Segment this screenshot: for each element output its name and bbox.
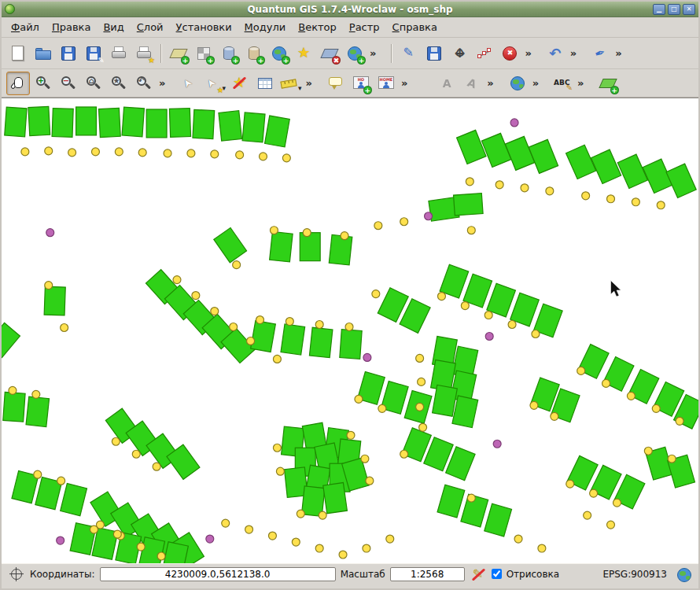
point-feature bbox=[247, 337, 255, 345]
zoom-last-button[interactable]: ↶ bbox=[132, 72, 156, 95]
menu-help[interactable]: Справка bbox=[386, 19, 444, 35]
move-label-button: A bbox=[435, 72, 459, 95]
select-features-button[interactable]: ➤★▾ bbox=[202, 72, 227, 95]
menu-file[interactable]: Файл bbox=[5, 19, 46, 35]
point-feature bbox=[113, 530, 121, 538]
add-postgis-layer-button[interactable]: + bbox=[217, 42, 241, 65]
toolbar-overflow-chevron[interactable]: » bbox=[157, 77, 168, 89]
labeling-icon: ABC✎ bbox=[553, 74, 572, 93]
menu-edit[interactable]: Правка bbox=[46, 19, 97, 35]
menu-vector[interactable]: Вектор bbox=[292, 19, 343, 35]
zoom-in-button[interactable]: + bbox=[31, 72, 55, 95]
point-feature bbox=[386, 535, 394, 543]
toolbar-overflow-chevron[interactable]: » bbox=[367, 47, 378, 59]
building-feature bbox=[28, 106, 50, 135]
map-svg bbox=[2, 98, 698, 563]
deselect-features-icon: ★ bbox=[230, 74, 249, 93]
menu-raster[interactable]: Растр bbox=[343, 19, 386, 35]
remove-layer-icon: ✖ bbox=[320, 44, 339, 63]
deselect-features-button[interactable]: ★ bbox=[228, 72, 252, 95]
coordinates-input[interactable] bbox=[100, 567, 336, 581]
new-bookmark-icon: HO+ bbox=[352, 74, 370, 93]
minimize-button[interactable]: ▁ bbox=[653, 4, 665, 15]
add-to-overview-button[interactable]: + bbox=[343, 42, 367, 65]
point-feature bbox=[345, 323, 353, 331]
toolbar-overflow-chevron[interactable]: » bbox=[399, 77, 410, 89]
toolbar-overflow-chevron[interactable]: » bbox=[303, 77, 314, 89]
coordinate-capture-button[interactable] bbox=[506, 72, 529, 95]
maximize-button[interactable]: □ bbox=[668, 4, 680, 15]
add-spatialite-layer-button[interactable]: + bbox=[242, 42, 266, 65]
map-canvas[interactable] bbox=[2, 98, 698, 563]
measure-line-button[interactable]: ▾ bbox=[278, 72, 303, 95]
close-button[interactable]: ✕ bbox=[683, 4, 695, 15]
point-feature bbox=[400, 218, 408, 226]
new-project-button[interactable] bbox=[6, 42, 30, 65]
point-feature bbox=[538, 544, 546, 552]
toolbar-overflow-chevron[interactable]: » bbox=[522, 47, 533, 59]
new-bookmark-button[interactable]: HO+ bbox=[349, 72, 373, 95]
annotation-tool-button[interactable]: ✒ bbox=[588, 42, 612, 65]
add-vector-layer-button[interactable]: + bbox=[167, 42, 190, 65]
map-tips-button[interactable] bbox=[324, 72, 348, 95]
building-feature bbox=[270, 231, 293, 261]
save-edits-button[interactable] bbox=[422, 42, 446, 65]
crs-status-icon[interactable] bbox=[675, 566, 692, 583]
add-to-overview-icon: + bbox=[345, 44, 364, 63]
toolbar-overflow-chevron[interactable]: » bbox=[484, 77, 496, 89]
menu-layer[interactable]: Слой bbox=[131, 19, 170, 35]
node-tool-button[interactable] bbox=[473, 42, 496, 65]
point-feature bbox=[508, 321, 516, 329]
point-feature bbox=[32, 390, 40, 398]
menu-view[interactable]: Вид bbox=[97, 19, 130, 35]
identify-features-button[interactable]: ➤ bbox=[177, 72, 201, 95]
save-project-as-button[interactable]: ✎ bbox=[82, 42, 105, 65]
point-feature bbox=[510, 119, 518, 127]
remove-layer-button[interactable]: ✖ bbox=[318, 42, 341, 65]
building-feature bbox=[481, 133, 510, 167]
point-feature bbox=[319, 511, 326, 519]
point-feature bbox=[584, 511, 591, 519]
scale-input[interactable] bbox=[390, 567, 465, 581]
delete-selected-button[interactable]: ✖ bbox=[498, 42, 521, 65]
composer-manager-icon: ★ bbox=[134, 44, 153, 63]
open-attribute-table-button[interactable] bbox=[253, 72, 277, 95]
menu-settings[interactable]: Установки bbox=[170, 19, 238, 35]
title-bar[interactable]: Quantum GIS 1.7.4-Wroclaw - osm_shp ▁ □ … bbox=[2, 2, 698, 17]
delete-selected-icon: ✖ bbox=[500, 44, 519, 63]
render-label[interactable]: Отрисовка bbox=[507, 569, 559, 580]
node-tool-icon bbox=[475, 44, 494, 63]
composer-manager-button[interactable]: ★ bbox=[132, 42, 156, 65]
measure-line-dropdown-caret[interactable]: ▾ bbox=[298, 84, 302, 94]
point-feature bbox=[68, 149, 76, 157]
add-spatialite-layer-icon: + bbox=[245, 44, 263, 63]
save-project-button[interactable] bbox=[57, 42, 80, 65]
point-feature bbox=[546, 187, 554, 195]
labeling-button[interactable]: ABC✎ bbox=[551, 72, 574, 95]
render-checkbox[interactable] bbox=[492, 569, 502, 579]
building-feature bbox=[329, 234, 352, 264]
quick-map-services-button[interactable]: + bbox=[596, 72, 620, 95]
add-wms-layer-button[interactable]: + bbox=[267, 42, 291, 65]
show-bookmarks-button[interactable]: HOME bbox=[374, 72, 398, 95]
new-print-composer-button[interactable] bbox=[107, 42, 131, 65]
point-feature bbox=[132, 450, 140, 458]
point-feature bbox=[91, 148, 99, 156]
add-raster-layer-button[interactable]: + bbox=[192, 42, 216, 65]
undo-button[interactable]: ↶ bbox=[543, 42, 567, 65]
pan-map-button[interactable] bbox=[6, 72, 30, 95]
zoom-out-button[interactable]: − bbox=[57, 72, 80, 95]
zoom-to-selection-button[interactable]: ★ bbox=[107, 72, 131, 95]
toolbar-overflow-chevron[interactable]: » bbox=[530, 77, 541, 89]
move-feature-button[interactable]: ↔↕ bbox=[448, 42, 471, 65]
stop-render-icon[interactable]: ✎ bbox=[470, 566, 487, 583]
menu-plugins[interactable]: Модули bbox=[238, 19, 293, 35]
zoom-full-button[interactable]: ⌂ bbox=[82, 72, 105, 95]
toolbar-overflow-chevron[interactable]: » bbox=[568, 47, 579, 59]
toolbar-overflow-chevron[interactable]: » bbox=[613, 47, 624, 59]
toggle-editing-button[interactable]: ✎ bbox=[397, 42, 421, 65]
toolbar-overflow-chevron[interactable]: » bbox=[575, 77, 586, 89]
open-project-button[interactable] bbox=[31, 42, 55, 65]
point-feature bbox=[551, 412, 558, 420]
new-shapefile-layer-button[interactable]: ★ bbox=[293, 42, 316, 65]
